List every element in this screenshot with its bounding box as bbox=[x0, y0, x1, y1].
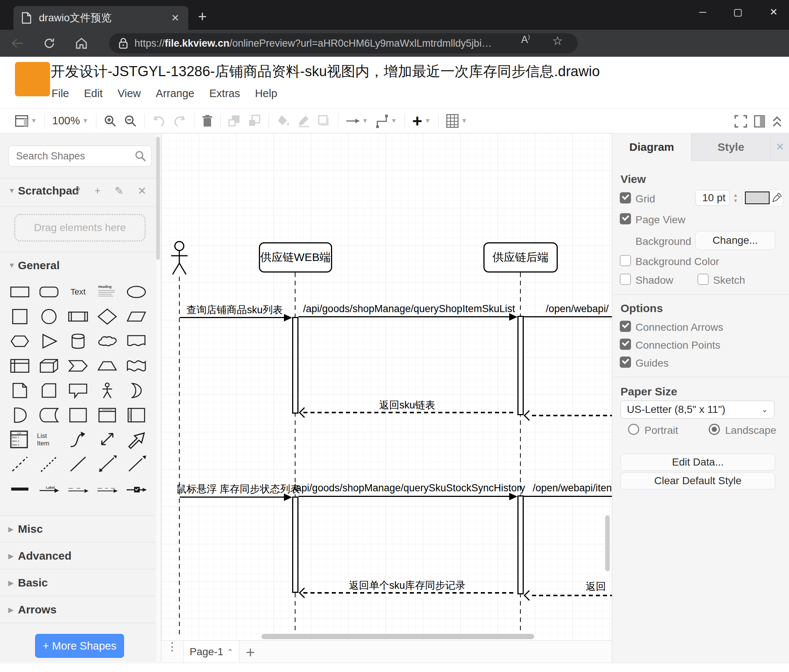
sidebar-scrollbar[interactable] bbox=[155, 134, 161, 661]
waypoint-style-button[interactable]: ▼ bbox=[372, 112, 401, 129]
scratchpad-edit-icon[interactable]: ✎ bbox=[115, 185, 123, 197]
shape-line[interactable] bbox=[66, 455, 90, 474]
edit-data-button[interactable]: Edit Data... bbox=[621, 454, 775, 471]
return-line[interactable] bbox=[532, 415, 612, 416]
shape-hexagon[interactable] bbox=[8, 331, 32, 351]
line-color-icon[interactable] bbox=[294, 112, 314, 129]
message-line[interactable] bbox=[524, 496, 612, 497]
misc-section-header[interactable]: ▶Misc bbox=[0, 519, 161, 540]
lifeline-actor[interactable] bbox=[179, 277, 180, 637]
message-label[interactable]: 鼠标悬浮 库存同步状态列表 bbox=[176, 483, 300, 496]
basic-section-header[interactable]: ▶Basic bbox=[0, 572, 161, 593]
message-line[interactable] bbox=[299, 316, 509, 317]
shape-arrow-with-label[interactable]: Label bbox=[37, 479, 61, 499]
background-color-checkbox[interactable] bbox=[620, 255, 631, 266]
shape-rounded-rectangle[interactable] bbox=[37, 282, 61, 302]
shape-double-arrow[interactable] bbox=[95, 455, 119, 474]
search-shapes-input[interactable] bbox=[8, 146, 152, 167]
scratchpad-close-icon[interactable]: ✕ bbox=[138, 185, 147, 197]
landscape-radio[interactable] bbox=[709, 424, 720, 435]
shape-step[interactable] bbox=[66, 356, 90, 376]
zoom-level-dropdown[interactable]: 100%▼ bbox=[49, 112, 92, 129]
shape-document[interactable] bbox=[125, 331, 148, 351]
zoom-out-icon[interactable] bbox=[120, 112, 141, 129]
insert-button[interactable]: + ▼ bbox=[408, 112, 434, 129]
window-minimize-button[interactable]: ─ bbox=[691, 0, 714, 24]
participant-backend[interactable]: 供应链后端 bbox=[483, 242, 558, 272]
shape-callout[interactable] bbox=[66, 381, 90, 400]
canvas-vertical-scrollbar[interactable] bbox=[605, 515, 610, 571]
shape-heading[interactable]: Heading bbox=[95, 282, 119, 302]
shape-arrow[interactable] bbox=[125, 455, 148, 474]
pages-menu-icon[interactable]: ⋮ bbox=[167, 643, 178, 649]
refresh-icon[interactable] bbox=[38, 37, 61, 49]
tab-style[interactable]: Style bbox=[692, 133, 771, 161]
shape-list[interactable]: ListItem 1Item 2Item 3 bbox=[8, 430, 32, 449]
window-maximize-button[interactable]: ▢ bbox=[726, 0, 749, 24]
activation-bar-web[interactable] bbox=[292, 317, 299, 414]
message-line[interactable] bbox=[180, 497, 285, 498]
shape-cube[interactable] bbox=[37, 356, 61, 376]
shape-data-storage[interactable] bbox=[37, 405, 61, 425]
to-front-icon[interactable] bbox=[225, 112, 245, 129]
portrait-radio[interactable] bbox=[628, 424, 639, 435]
scratchpad-section[interactable]: ▼ Scratchpad ? + ✎ ✕ bbox=[0, 180, 161, 201]
shape-rectangle[interactable] bbox=[8, 282, 32, 302]
page-view-checkbox[interactable] bbox=[620, 213, 631, 225]
shape-horizontal-container[interactable] bbox=[125, 405, 148, 425]
scratchpad-drop-zone[interactable]: Drag elements here bbox=[14, 214, 146, 242]
view-layout-button[interactable]: ▼ bbox=[11, 112, 41, 129]
connection-arrows-checkbox[interactable] bbox=[620, 321, 631, 332]
menu-arrange[interactable]: Arrange bbox=[156, 88, 194, 100]
collapse-toolbar-icon[interactable] bbox=[772, 115, 782, 128]
format-panel-toggle-icon[interactable] bbox=[754, 115, 765, 128]
shadow-checkbox[interactable] bbox=[620, 274, 631, 285]
activation-bar-backend-2[interactable] bbox=[517, 495, 524, 594]
menu-view[interactable]: View bbox=[118, 88, 141, 100]
return-label[interactable]: 返回sku链表 bbox=[379, 398, 435, 412]
shape-and[interactable] bbox=[8, 405, 32, 425]
tab-close-icon[interactable]: ✕ bbox=[171, 12, 179, 24]
scratchpad-add-icon[interactable]: + bbox=[94, 185, 101, 197]
shape-container[interactable] bbox=[66, 405, 90, 425]
actor-shape[interactable] bbox=[168, 241, 191, 275]
menu-extras[interactable]: Extras bbox=[209, 88, 240, 100]
arrows-section-header[interactable]: ▶Arrows bbox=[0, 599, 161, 620]
advanced-section-header[interactable]: ▶Advanced bbox=[0, 545, 161, 566]
message-label[interactable]: /api/goods/shopManage/querySkuStockSyncH… bbox=[293, 483, 525, 494]
shape-arrow-outline[interactable] bbox=[125, 430, 148, 449]
grid-checkbox[interactable] bbox=[620, 192, 631, 204]
shape-parallelogram[interactable] bbox=[125, 307, 148, 326]
grid-size-stepper[interactable]: ▲▼ bbox=[731, 190, 740, 205]
grid-size-input[interactable] bbox=[695, 190, 730, 206]
menu-edit[interactable]: Edit bbox=[84, 88, 103, 100]
shape-trapezoid[interactable] bbox=[95, 356, 119, 376]
shadow-icon[interactable] bbox=[314, 112, 334, 129]
return-line[interactable] bbox=[532, 595, 612, 596]
message-label[interactable]: /open/webapi/iten bbox=[533, 483, 612, 494]
delete-icon[interactable] bbox=[198, 112, 217, 129]
shape-dependency-arrow-2[interactable] bbox=[95, 479, 119, 499]
back-icon[interactable] bbox=[6, 38, 29, 49]
return-label[interactable]: 返回 bbox=[586, 580, 606, 593]
shape-dependency-arrow[interactable] bbox=[66, 479, 90, 499]
connection-points-checkbox[interactable] bbox=[620, 339, 631, 350]
shape-note[interactable] bbox=[8, 381, 32, 400]
participant-web[interactable]: 供应链WEB端 bbox=[259, 242, 332, 272]
shape-triangle[interactable] bbox=[37, 331, 61, 351]
fill-color-icon[interactable] bbox=[273, 112, 294, 129]
background-change-button[interactable]: Change... bbox=[695, 231, 775, 250]
shape-ellipse[interactable] bbox=[125, 282, 148, 302]
tab-diagram[interactable]: Diagram bbox=[612, 133, 692, 161]
grid-color-control[interactable] bbox=[742, 189, 783, 207]
more-shapes-button[interactable]: + More Shapes bbox=[35, 634, 124, 658]
message-label[interactable]: /open/webapi/ bbox=[546, 303, 609, 315]
search-icon[interactable] bbox=[134, 150, 147, 162]
activation-bar-web-2[interactable] bbox=[292, 497, 299, 593]
read-aloud-icon[interactable]: A⟩ bbox=[521, 33, 530, 46]
add-page-button[interactable]: + bbox=[246, 643, 255, 662]
shape-diamond[interactable] bbox=[95, 307, 119, 326]
page-tab[interactable]: Page-1⌃ bbox=[184, 641, 240, 663]
browser-tab[interactable]: drawio文件预览 ✕ bbox=[13, 6, 188, 30]
shape-curve[interactable] bbox=[66, 430, 90, 449]
